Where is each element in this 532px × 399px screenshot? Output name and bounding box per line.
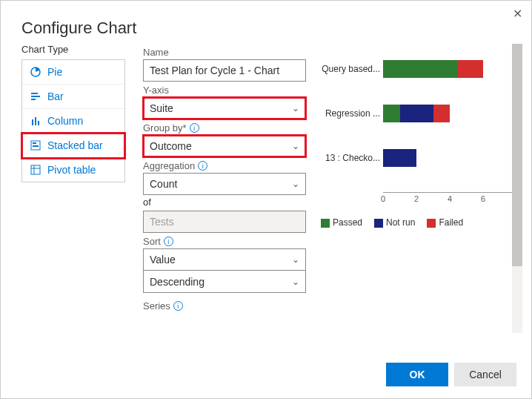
svg-rect-10 xyxy=(31,165,40,174)
group-by-label-text: Group by* xyxy=(143,122,187,133)
svg-rect-3 xyxy=(31,99,36,100)
group-by-select[interactable]: Outcome ⌄ xyxy=(143,135,306,157)
of-value: Tests xyxy=(143,211,306,233)
svg-rect-1 xyxy=(31,93,38,94)
stacked-bar-icon xyxy=(30,139,41,151)
name-input[interactable]: Test Plan for Cycle 1 - Chart xyxy=(143,59,306,82)
bar-icon xyxy=(30,90,41,102)
chart-tick: 2 xyxy=(414,194,419,203)
chart-tick: 4 xyxy=(448,194,452,203)
pivot-icon xyxy=(30,164,41,176)
legend-failed: Failed xyxy=(439,217,463,228)
sort-direction-value: Descending xyxy=(150,276,205,288)
chart-tick: 6 xyxy=(481,194,485,203)
yaxis-select[interactable]: Suite ⌄ xyxy=(143,97,306,119)
chart-segment xyxy=(433,105,450,122)
svg-rect-5 xyxy=(35,117,36,125)
close-icon[interactable]: ✕ xyxy=(513,7,522,21)
chart-type-pie-label: Pie xyxy=(47,66,62,78)
pie-icon xyxy=(30,66,41,78)
chart-tick: 0 xyxy=(381,194,385,203)
name-label: Name xyxy=(143,47,306,58)
chart-segment xyxy=(383,105,400,122)
yaxis-value: Suite xyxy=(150,102,173,114)
svg-rect-8 xyxy=(33,142,36,144)
group-by-value: Outcome xyxy=(150,140,192,152)
legend-swatch-passed xyxy=(321,219,330,228)
aggregation-select[interactable]: Count ⌄ xyxy=(143,173,306,195)
chart-bar-row: Query based... xyxy=(321,59,519,79)
info-icon[interactable]: i xyxy=(164,237,173,246)
legend-passed: Passed xyxy=(333,217,362,228)
chart-type-stacked-label: Stacked bar xyxy=(47,139,103,151)
chart-category-label: Query based... xyxy=(321,64,380,74)
sort-label-text: Sort xyxy=(143,236,161,247)
chevron-down-icon: ⌄ xyxy=(292,179,299,189)
chart-type-column[interactable]: Column xyxy=(22,109,124,133)
info-icon[interactable]: i xyxy=(190,123,199,133)
sort-field-value: Value xyxy=(150,254,176,266)
svg-rect-4 xyxy=(32,119,33,125)
column-icon xyxy=(30,115,41,127)
dialog-title: Configure Chart xyxy=(1,1,531,44)
chart-category-label: Regression ... xyxy=(321,108,380,119)
legend-swatch-failed xyxy=(427,219,436,228)
chart-preview: Query based...Regression ...13 : Checko.… xyxy=(321,59,519,168)
chevron-down-icon: ⌄ xyxy=(292,103,299,113)
chevron-down-icon: ⌄ xyxy=(292,254,299,265)
sort-label: Sort i xyxy=(143,236,306,247)
chart-type-pivot[interactable]: Pivot table xyxy=(22,158,124,182)
chart-segment xyxy=(400,105,433,122)
chart-category-label: 13 : Checko... xyxy=(321,153,380,163)
chart-bar-row: 13 : Checko... xyxy=(321,148,519,168)
svg-rect-2 xyxy=(31,96,40,97)
chart-type-list: Pie Bar Column Stacked bar Pivot table xyxy=(21,59,125,182)
chart-segment xyxy=(383,60,458,78)
chart-bar-row: Regression ... xyxy=(321,103,519,124)
chevron-down-icon: ⌄ xyxy=(292,141,299,151)
scrollbar-thumb[interactable] xyxy=(512,44,522,266)
ok-button-label: OK xyxy=(410,369,425,380)
aggregation-label-text: Aggregation xyxy=(143,160,195,171)
series-label: Series i xyxy=(143,300,306,311)
legend-notrun: Not run xyxy=(386,217,415,228)
info-icon[interactable]: i xyxy=(173,301,183,311)
chart-type-label: Chart Type xyxy=(21,44,125,55)
legend-swatch-notrun xyxy=(374,219,383,228)
cancel-button[interactable]: Cancel xyxy=(454,363,516,386)
chart-segment xyxy=(458,60,483,78)
of-value-text: Tests xyxy=(150,216,174,228)
chart-type-bar-label: Bar xyxy=(47,90,64,102)
chart-type-stacked-bar[interactable]: Stacked bar xyxy=(22,133,124,158)
cancel-button-label: Cancel xyxy=(469,369,502,380)
aggregation-value: Count xyxy=(150,178,177,190)
chart-legend: Passed Not run Failed xyxy=(321,217,519,228)
chart-type-bar[interactable]: Bar xyxy=(22,85,124,109)
ok-button[interactable]: OK xyxy=(386,363,448,386)
yaxis-label: Y-axis xyxy=(143,85,306,96)
scrollbar[interactable] xyxy=(512,44,522,333)
chart-x-axis: 02468 xyxy=(383,192,516,205)
name-input-value: Test Plan for Cycle 1 - Chart xyxy=(150,65,279,76)
chart-type-column-label: Column xyxy=(47,115,83,127)
group-by-label: Group by* i xyxy=(143,122,306,133)
chevron-down-icon: ⌄ xyxy=(292,277,299,287)
chart-type-pivot-label: Pivot table xyxy=(47,164,96,176)
info-icon[interactable]: i xyxy=(198,161,207,171)
series-label-text: Series xyxy=(143,300,170,311)
svg-rect-6 xyxy=(38,121,39,125)
chart-segment xyxy=(383,149,416,167)
sort-field-select[interactable]: Value ⌄ xyxy=(143,248,306,271)
aggregation-label: Aggregation i xyxy=(143,160,306,171)
of-label: of xyxy=(143,197,306,208)
chart-type-pie[interactable]: Pie xyxy=(22,60,124,85)
svg-rect-9 xyxy=(33,145,39,147)
sort-direction-select[interactable]: Descending ⌄ xyxy=(143,271,306,293)
